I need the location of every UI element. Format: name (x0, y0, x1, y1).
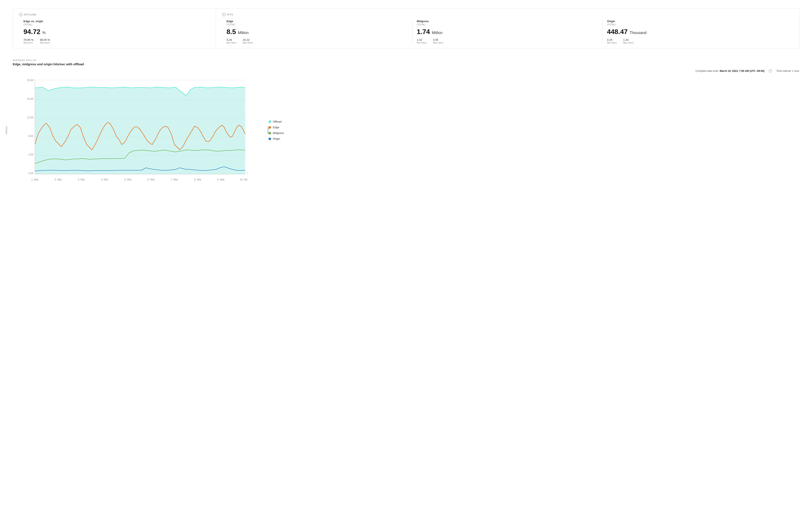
chart-wrapper: Hits/sec Offload 0.00 4.00 8.00 12.00 16… (13, 75, 799, 185)
offload-stat-col: Edge vs. origin (TOTAL) 94.72 % 79.99 % … (19, 20, 209, 44)
legend-item-edge: Edge (268, 126, 290, 129)
hits-col-title-0: Edge (227, 20, 408, 23)
svg-text:7. Mar: 7. Mar (171, 178, 178, 181)
hits-sub-item-1-1: 3.05 Max hits/s (433, 38, 443, 44)
chart-section: AVERAGE ROLLUP Edge, midgress and origin… (13, 59, 799, 185)
hits-sub-item-2-1: 1.34 Max hits/s (623, 38, 634, 44)
svg-text:3. Mar: 3. Mar (78, 178, 85, 181)
offload-group-label: i OFFLOAD (19, 13, 209, 16)
svg-text:100 %: 100 % (247, 79, 248, 82)
hits-col-0: Edge (TOTAL) 8.5 Million 5.28 Min hits/s… (222, 20, 412, 44)
hits-sub-item-0-0: 5.28 Min hits/s (227, 38, 236, 44)
stats-container: i OFFLOAD Edge vs. origin (TOTAL) 94.72 … (13, 8, 799, 49)
hits-sub-item-0-1: 15.22 Max hits/s (243, 38, 253, 44)
svg-text:8. Mar: 8. Mar (194, 178, 201, 181)
svg-text:20.00: 20.00 (27, 79, 33, 82)
hits-info-icon[interactable]: i (222, 13, 226, 16)
svg-marker-25 (35, 87, 245, 174)
svg-text:16.00: 16.00 (27, 97, 33, 100)
offload-col-title: Edge vs. origin (24, 20, 205, 23)
svg-text:2. Mar: 2. Mar (55, 178, 62, 181)
svg-text:4.00: 4.00 (29, 153, 34, 156)
hits-col-title-1: Midgress (417, 20, 599, 23)
legend-label-edge: Edge (273, 126, 279, 129)
hits-sub-values-2: 0.25 Min hits/s 1.34 Max hits/s (607, 38, 788, 44)
hits-sub-values-1: 1.42 Min hits/s 3.05 Max hits/s (417, 38, 599, 44)
chart-svg: 0.00 4.00 8.00 12.00 16.00 20.00 100 % 0… (25, 75, 248, 185)
legend-item-offload: Offload (268, 120, 290, 123)
hits-sub-item-2-0: 0.25 Min hits/s (607, 38, 617, 44)
svg-text:9. Mar: 9. Mar (218, 178, 225, 181)
svg-text:5. Mar: 5. Mar (124, 178, 132, 181)
offload-sub-values: 79.99 % Minimum 98.05 % Maximum (24, 38, 205, 44)
hits-main-value-1: 1.74 Million (417, 28, 599, 36)
svg-text:0.00: 0.00 (29, 172, 34, 175)
chart-meta: Complete data ends: March 10, 2023, 7:00… (13, 69, 799, 73)
legend-label-offload: Offload (273, 120, 282, 123)
hits-columns: Edge (TOTAL) 8.5 Million 5.28 Min hits/s… (222, 20, 793, 44)
chart-svg-container: 0.00 4.00 8.00 12.00 16.00 20.00 100 % 0… (25, 75, 248, 185)
chart-time-interval: Time interval: 1 hour (776, 69, 799, 72)
offload-minimum: 79.99 % Minimum (24, 38, 34, 44)
svg-text:0 %: 0 % (247, 172, 248, 175)
hits-col-title-2: Origin (607, 20, 788, 23)
hits-group: i HITS Edge (TOTAL) 8.5 Million 5.28 Min… (216, 9, 799, 48)
legend-item-midgress: Midgress (268, 131, 290, 134)
chart-rollup-label: AVERAGE ROLLUP (13, 59, 799, 61)
hits-col-subtitle-1: (TOTAL) (417, 23, 599, 26)
svg-text:12.00: 12.00 (27, 116, 33, 119)
offload-info-icon[interactable]: i (19, 13, 23, 16)
hits-col-subtitle-2: (TOTAL) (607, 23, 788, 26)
y-axis-label: Hits/sec (5, 126, 8, 134)
svg-text:4. Mar: 4. Mar (101, 178, 108, 181)
legend-item-origin: Origin (268, 137, 290, 140)
hits-col-1: Midgress (TOTAL) 1.74 Million 1.42 Min h… (412, 20, 603, 44)
hits-col-subtitle-0: (TOTAL) (227, 23, 408, 26)
hits-main-value-2: 448.47 Thousand (607, 28, 788, 36)
chart-meta-info-icon[interactable]: ? (768, 69, 772, 73)
hits-main-value-0: 8.5 Million (227, 28, 408, 36)
y-axis-right-label: Offload (267, 126, 269, 134)
hits-group-label: i HITS (222, 13, 793, 16)
legend-dot-offload (268, 120, 271, 123)
offload-group: i OFFLOAD Edge vs. origin (TOTAL) 94.72 … (13, 9, 216, 48)
chart-title: Edge, midgress and origin hits/sec with … (13, 62, 799, 66)
legend-dot-origin (268, 138, 271, 140)
svg-text:10. Mar: 10. Mar (240, 178, 248, 181)
legend-label-origin: Origin (273, 137, 280, 140)
svg-text:1. Mar: 1. Mar (31, 178, 38, 181)
svg-text:6. Mar: 6. Mar (148, 178, 155, 181)
offload-maximum: 98.05 % Maximum (40, 38, 50, 44)
legend-label-midgress: Midgress (273, 131, 284, 134)
offload-main-value: 94.72 % (24, 28, 205, 36)
chart-complete-data-label: Complete data ends: March 10, 2023, 7:00… (695, 69, 764, 72)
hits-sub-values-0: 5.28 Min hits/s 15.22 Max hits/s (227, 38, 408, 44)
hits-col-2: Origin (TOTAL) 448.47 Thousand 0.25 Min … (603, 20, 793, 44)
svg-text:8.00: 8.00 (29, 134, 34, 138)
offload-col-subtitle: (TOTAL) (24, 23, 205, 26)
hits-sub-item-1-0: 1.42 Min hits/s (417, 38, 427, 44)
